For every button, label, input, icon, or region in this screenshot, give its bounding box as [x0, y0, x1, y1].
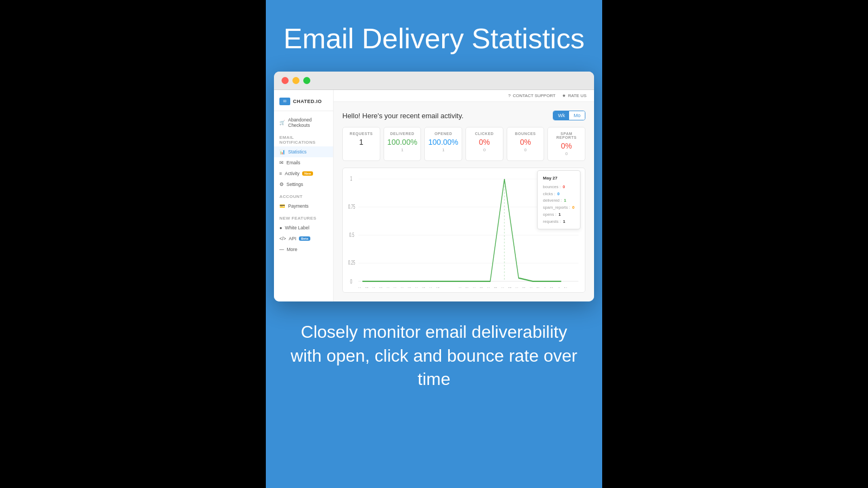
traffic-light-yellow[interactable]: [292, 77, 299, 84]
chart-tooltip: May 27 bounces : 0 clicks : 0 delivered …: [537, 170, 580, 229]
sidebar-section-email-notifications: Email Notifications: [274, 131, 333, 146]
sidebar-label: API: [289, 236, 296, 241]
activity-icon: ≡: [279, 171, 282, 176]
rate-us-button[interactable]: ★ RATE US: [562, 93, 586, 98]
contact-support-label: CONTACT SUPPORT: [513, 93, 556, 98]
sidebar-item-emails[interactable]: ✉ Emails: [274, 157, 333, 168]
sidebar-label: Settings: [286, 182, 303, 187]
stat-sub: 0: [510, 147, 541, 152]
star-icon: ★: [562, 93, 566, 98]
sidebar-item-abandoned-checkouts[interactable]: 🛒 Abandoned Checkouts: [274, 114, 333, 131]
stat-value: 0%: [469, 138, 500, 146]
chart-icon: 📊: [279, 149, 285, 155]
tooltip-opens-val: 1: [558, 211, 560, 219]
logo-icon: ✉: [279, 98, 290, 105]
question-icon: ?: [508, 93, 510, 98]
sidebar-section-new-features: New Features: [274, 211, 333, 222]
svg-text:May 25: May 25: [487, 286, 497, 288]
svg-text:0.5: 0.5: [349, 232, 354, 238]
sidebar-item-statistics[interactable]: 📊 Statistics: [274, 146, 333, 157]
svg-text:1: 1: [350, 176, 353, 182]
tooltip-bounces-key: bounces :: [543, 184, 561, 191]
stat-sub: 0: [469, 147, 500, 152]
stat-sub: 1: [387, 147, 418, 152]
stats-cards: REQUESTS 1 DELIVERED 100.00% 1 OPENED 10…: [342, 127, 585, 161]
sidebar-label: Payments: [288, 203, 309, 209]
stat-card-clicked: CLICKED 0% 0: [465, 127, 503, 161]
stat-label: BOUNCES: [510, 132, 541, 136]
browser-chrome: [274, 72, 594, 90]
period-week-button[interactable]: Wk: [553, 111, 569, 120]
stat-card-spam: SPAM REPORTS 0% 0: [547, 127, 585, 161]
sidebar-item-settings[interactable]: ⚙ Settings: [274, 179, 333, 190]
greeting-text: Hello! Here's your recent email activity…: [342, 112, 463, 120]
circle-icon: ●: [279, 225, 282, 230]
tooltip-delivered-row: delivered : 1: [543, 197, 575, 204]
sidebar-item-activity[interactable]: ≡ Activity New: [274, 168, 333, 179]
period-toggle[interactable]: Wk Mo: [553, 111, 585, 120]
tooltip-clicks-key: clicks :: [543, 191, 556, 198]
tooltip-spam-val: 0: [572, 204, 575, 211]
card-icon: 💳: [279, 203, 285, 209]
svg-text:May 17: May 17: [429, 286, 439, 288]
stat-label: REQUESTS: [346, 132, 376, 136]
sidebar-item-api[interactable]: </> API Beta: [274, 233, 333, 244]
bottom-text-section: Closely monitor email deliverability wit…: [266, 301, 602, 407]
stat-card-requests: REQUESTS 1: [342, 127, 380, 161]
stat-label: DELIVERED: [387, 132, 418, 136]
stat-card-opened: OPENED 100.00% 1: [424, 127, 462, 161]
sidebar-item-more[interactable]: — More: [274, 244, 333, 255]
more-icon: —: [279, 247, 284, 252]
logo-text: CHATED.IO: [293, 99, 322, 104]
stat-value: 0%: [510, 138, 541, 146]
stat-sub: 0: [551, 151, 582, 156]
browser-content: ✉ CHATED.IO 🛒 Abandoned Checkouts Email …: [274, 90, 594, 301]
sidebar-logo: ✉ CHATED.IO: [274, 94, 333, 111]
traffic-light-red[interactable]: [282, 77, 289, 84]
stat-label: CLICKED: [469, 132, 500, 136]
tooltip-delivered-key: delivered :: [543, 197, 562, 204]
tooltip-bounces-val: 0: [563, 184, 565, 191]
tooltip-requests-row: requests : 1: [543, 219, 575, 226]
svg-text:May 27: May 27: [501, 286, 511, 288]
sidebar-section-account: Account: [274, 190, 333, 201]
sidebar-label: Activity: [285, 171, 299, 176]
title-section: Email Delivery Statistics: [266, 0, 602, 72]
period-month-button[interactable]: Mo: [569, 111, 585, 120]
svg-text:0.25: 0.25: [348, 260, 355, 266]
svg-text:May 23: May 23: [473, 286, 483, 288]
stat-value: 100.00%: [387, 138, 418, 146]
top-bar: ? CONTACT SUPPORT ★ RATE US: [334, 90, 594, 102]
sidebar-item-white-label[interactable]: ● White Label: [274, 222, 333, 233]
tooltip-delivered-val: 1: [564, 197, 566, 204]
sidebar: ✉ CHATED.IO 🛒 Abandoned Checkouts Email …: [274, 90, 334, 301]
svg-text:Jun 02: Jun 02: [544, 286, 553, 288]
subtitle-text: Closely monitor email deliverability wit…: [288, 320, 580, 391]
sidebar-label: White Label: [285, 225, 309, 230]
stat-sub: 1: [428, 147, 458, 152]
tooltip-opens-key: opens :: [543, 211, 557, 219]
sidebar-label: Abandoned Checkouts: [288, 117, 328, 128]
tooltip-requests-val: 1: [563, 219, 565, 226]
cart-icon: 🛒: [279, 120, 285, 125]
stat-label: SPAM REPORTS: [551, 132, 582, 139]
stats-container: Hello! Here's your recent email activity…: [334, 102, 594, 301]
stat-label: OPENED: [428, 132, 458, 136]
sidebar-label: Emails: [286, 160, 301, 165]
sidebar-item-payments[interactable]: 💳 Payments: [274, 201, 333, 211]
rate-us-label: RATE US: [568, 93, 586, 98]
sidebar-label: More: [287, 247, 297, 252]
gear-icon: ⚙: [279, 182, 284, 187]
chart-area: 1 0.75 0.5 0.25 0: [342, 168, 585, 293]
traffic-light-green[interactable]: [303, 77, 310, 84]
stat-value: 0%: [551, 142, 582, 150]
tooltip-date: May 27: [543, 175, 575, 182]
contact-support-button[interactable]: ? CONTACT SUPPORT: [508, 93, 556, 98]
browser-window: ✉ CHATED.IO 🛒 Abandoned Checkouts Email …: [274, 72, 594, 301]
tooltip-clicks-val: 0: [557, 191, 559, 198]
svg-text:May 07: May 07: [359, 286, 368, 288]
email-icon: ✉: [279, 160, 284, 165]
svg-text:0: 0: [350, 279, 353, 285]
stat-card-delivered: DELIVERED 100.00% 1: [384, 127, 422, 161]
new-badge: New: [302, 171, 313, 176]
